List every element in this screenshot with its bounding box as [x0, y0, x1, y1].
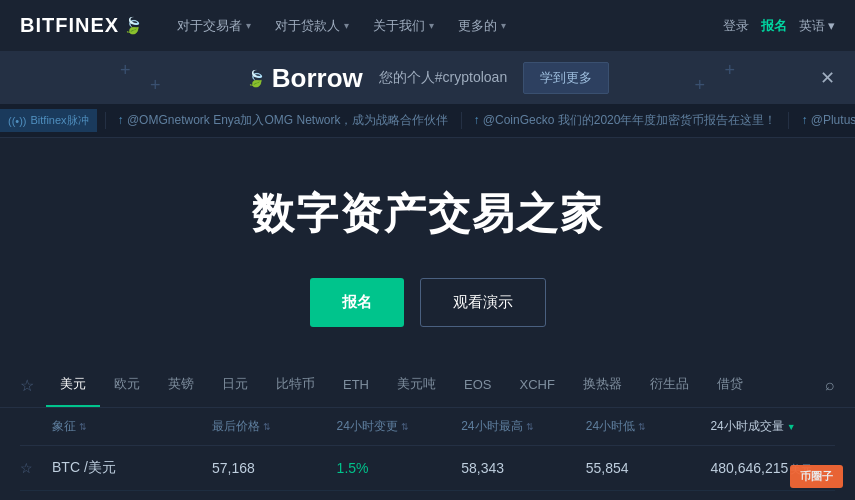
language-selector[interactable]: 英语 ▾ [799, 17, 835, 35]
nav-right: 登录 报名 英语 ▾ [723, 17, 835, 35]
market-tabs: ☆ 美元 欧元 英镑 日元 比特币 ETH 美元吨 EOS XCHF 换热器 衍… [0, 363, 855, 408]
th-high[interactable]: 24小时最高 ⇅ [461, 418, 586, 435]
sort-icon: ⇅ [401, 422, 409, 432]
borrow-icon: 🍃 [246, 69, 266, 88]
close-banner-button[interactable]: ✕ [820, 67, 835, 89]
chevron-down-icon: ▾ [501, 20, 506, 31]
sort-icon: ⇅ [526, 422, 534, 432]
tab-eth[interactable]: ETH [329, 365, 383, 406]
th-symbol[interactable]: 象征 ⇅ [52, 418, 212, 435]
decorative-plus: + [120, 60, 131, 81]
hero-demo-button[interactable]: 观看演示 [420, 278, 546, 327]
banner-title: Borrow [272, 63, 363, 94]
hero-buttons: 报名 观看演示 [20, 278, 835, 327]
sort-icon: ▼ [787, 422, 796, 432]
ticker-item: ↑ @Plutus PLIP | Pluton流动 [788, 112, 855, 129]
tab-eur[interactable]: 欧元 [100, 363, 154, 407]
tab-eos[interactable]: EOS [450, 365, 505, 406]
navbar: BITFINEX 🍃 对于交易者 ▾ 对于贷款人 ▾ 关于我们 ▾ 更多的 ▾ … [0, 0, 855, 52]
nav-item-traders[interactable]: 对于交易者 ▾ [167, 11, 261, 41]
low-btc: 55,854 [586, 460, 711, 476]
tab-usd[interactable]: 美元 [46, 363, 100, 407]
market-table: 象征 ⇅ 最后价格 ⇅ 24小时变更 ⇅ 24小时最高 ⇅ 24小时低 ⇅ 24… [0, 408, 855, 500]
tab-lending[interactable]: 借贷 [703, 363, 757, 407]
sort-icon: ⇅ [638, 422, 646, 432]
tab-xchf[interactable]: XCHF [505, 365, 568, 406]
nav-item-about[interactable]: 关于我们 ▾ [363, 11, 444, 41]
chevron-down-icon: ▾ [344, 20, 349, 31]
tab-exchanger[interactable]: 换热器 [569, 363, 636, 407]
hero-title: 数字资产交易之家 [20, 186, 835, 242]
sort-icon: ⇅ [263, 422, 271, 432]
promo-banner: + + + + 🍃 Borrow 您的个人#cryptoloan 学到更多 ✕ [0, 52, 855, 104]
logo[interactable]: BITFINEX 🍃 [20, 14, 143, 37]
login-button[interactable]: 登录 [723, 17, 749, 35]
high-btc: 58,343 [461, 460, 586, 476]
decorative-plus: + [694, 75, 705, 96]
chevron-down-icon: ▾ [429, 20, 434, 31]
sort-icon: ⇅ [79, 422, 87, 432]
nav-item-more[interactable]: 更多的 ▾ [448, 11, 516, 41]
nav-item-lenders[interactable]: 对于贷款人 ▾ [265, 11, 359, 41]
table-row: ☆ BTC /美元 57,168 1.5% 58,343 55,854 480,… [20, 446, 835, 491]
learn-more-button[interactable]: 学到更多 [523, 62, 609, 94]
nav-links: 对于交易者 ▾ 对于贷款人 ▾ 关于我们 ▾ 更多的 ▾ [167, 11, 723, 41]
news-ticker: ((•)) Bitfinex脉冲 ↑ @OMGnetwork Enya加入OMG… [0, 104, 855, 138]
favorites-tab-star[interactable]: ☆ [20, 376, 34, 395]
favorite-star-btc[interactable]: ☆ [20, 460, 52, 476]
decorative-plus: + [724, 60, 735, 81]
pulse-icon: ((•)) [8, 115, 27, 127]
table-header: 象征 ⇅ 最后价格 ⇅ 24小时变更 ⇅ 24小时最高 ⇅ 24小时低 ⇅ 24… [20, 408, 835, 446]
th-favorite [20, 418, 52, 435]
ticker-item: ↑ @OMGnetwork Enya加入OMG Network，成为战略合作伙伴 [105, 112, 461, 129]
chevron-down-icon: ▾ [828, 18, 835, 33]
table-row: ☆ ETH /美元 3,475.0 4.1% 3,542.0 3,281.0 2… [20, 491, 835, 500]
banner-subtitle: 您的个人#cryptoloan [379, 69, 507, 87]
tab-btc[interactable]: 比特币 [262, 363, 329, 407]
hero-signup-button[interactable]: 报名 [310, 278, 404, 327]
tab-jpy[interactable]: 日元 [208, 363, 262, 407]
decorative-plus: + [150, 75, 161, 96]
th-change[interactable]: 24小时变更 ⇅ [337, 418, 462, 435]
ticker-items: ↑ @OMGnetwork Enya加入OMG Network，成为战略合作伙伴… [105, 112, 855, 129]
watermark: 币圈子 [790, 465, 843, 488]
th-low[interactable]: 24小时低 ⇅ [586, 418, 711, 435]
chevron-down-icon: ▾ [246, 20, 251, 31]
logo-icon: 🍃 [123, 16, 143, 36]
ticker-pulse: ((•)) Bitfinex脉冲 [0, 109, 97, 132]
th-price[interactable]: 最后价格 ⇅ [212, 418, 337, 435]
change-btc: 1.5% [337, 460, 462, 476]
tab-usdt[interactable]: 美元吨 [383, 363, 450, 407]
logo-text: BITFINEX [20, 14, 119, 37]
signup-button[interactable]: 报名 [761, 17, 787, 35]
hero-section: 数字资产交易之家 报名 观看演示 [0, 138, 855, 363]
th-volume[interactable]: 24小时成交量 ▼ [710, 418, 835, 435]
search-icon[interactable]: ⌕ [825, 376, 835, 394]
tab-derivatives[interactable]: 衍生品 [636, 363, 703, 407]
banner-logo: 🍃 Borrow [246, 63, 363, 94]
ticker-item: ↑ @CoinGecko 我们的2020年年度加密货币报告在这里！ [461, 112, 789, 129]
price-btc: 57,168 [212, 460, 337, 476]
tab-gbp[interactable]: 英镑 [154, 363, 208, 407]
symbol-btc[interactable]: BTC /美元 [52, 459, 212, 477]
